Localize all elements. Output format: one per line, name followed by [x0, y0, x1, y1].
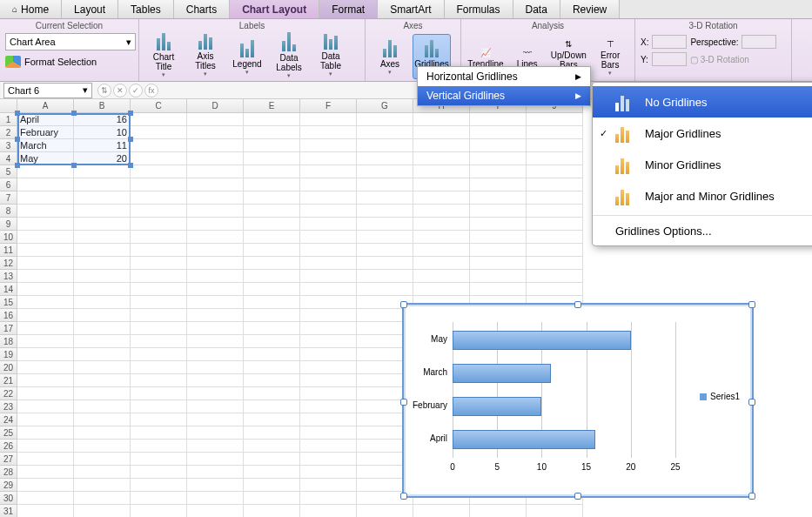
vertical-gridlines-item[interactable]: Vertical Gridlines▶	[418, 86, 590, 105]
cell[interactable]	[244, 231, 300, 244]
format-selection-button[interactable]: Format Selection	[5, 56, 133, 68]
cell[interactable]	[131, 348, 187, 361]
no-gridlines-item[interactable]: No Gridlines	[593, 86, 812, 118]
col-header[interactable]: A	[17, 99, 74, 113]
cell[interactable]	[187, 453, 244, 466]
cell[interactable]	[131, 231, 187, 244]
cell[interactable]	[470, 139, 527, 152]
axes-button[interactable]: Axes	[371, 34, 409, 79]
cell[interactable]	[131, 126, 187, 139]
cell[interactable]	[187, 152, 244, 165]
cell[interactable]	[187, 505, 244, 517]
cell[interactable]	[17, 453, 74, 466]
col-header[interactable]: F	[300, 99, 357, 113]
cell[interactable]	[131, 152, 187, 165]
cell[interactable]	[357, 191, 413, 205]
cell[interactable]	[74, 322, 131, 335]
cell[interactable]	[300, 126, 357, 139]
cell[interactable]	[470, 244, 527, 257]
cell[interactable]	[527, 191, 583, 205]
cell[interactable]	[470, 178, 527, 191]
tab-format[interactable]: Format	[319, 0, 378, 18]
cell[interactable]	[413, 139, 470, 152]
cell[interactable]	[300, 322, 357, 335]
confirm-icon[interactable]: ✓	[129, 84, 143, 97]
cell[interactable]	[244, 453, 300, 466]
tab-chart-layout[interactable]: Chart Layout	[230, 0, 319, 18]
cell[interactable]	[527, 139, 583, 152]
cell[interactable]	[131, 374, 187, 387]
cell[interactable]	[300, 479, 357, 492]
cell[interactable]	[17, 466, 74, 479]
cell[interactable]	[187, 335, 244, 348]
col-header[interactable]: G	[357, 99, 413, 113]
cell[interactable]	[300, 426, 357, 440]
cell[interactable]	[300, 361, 357, 374]
cell[interactable]	[300, 466, 357, 479]
cell[interactable]	[17, 387, 74, 400]
cell[interactable]	[300, 335, 357, 348]
cell[interactable]	[357, 126, 413, 139]
cell[interactable]	[357, 231, 413, 244]
chart-bar[interactable]	[453, 331, 631, 350]
cell[interactable]	[74, 413, 131, 426]
cell[interactable]	[74, 361, 131, 374]
cell[interactable]	[17, 165, 74, 178]
cell[interactable]	[357, 283, 413, 296]
cell[interactable]	[187, 191, 244, 205]
cell[interactable]	[131, 218, 187, 231]
cell[interactable]	[413, 257, 470, 270]
cell[interactable]	[187, 218, 244, 231]
cell[interactable]	[74, 492, 131, 505]
cell[interactable]	[187, 244, 244, 257]
cell[interactable]	[74, 466, 131, 479]
col-header[interactable]: D	[187, 99, 244, 113]
cell[interactable]	[300, 453, 357, 466]
cell[interactable]	[244, 270, 300, 283]
cell[interactable]	[131, 413, 187, 426]
tab-charts[interactable]: Charts	[174, 0, 230, 18]
cell[interactable]	[187, 283, 244, 296]
cell[interactable]	[131, 400, 187, 413]
cell[interactable]	[300, 139, 357, 152]
cell[interactable]	[17, 479, 74, 492]
cell[interactable]	[244, 479, 300, 492]
cell[interactable]	[187, 374, 244, 387]
cell[interactable]: April	[17, 113, 74, 126]
tab-home[interactable]: ⌂Home	[0, 0, 62, 18]
cell[interactable]	[244, 152, 300, 165]
cell[interactable]	[74, 270, 131, 283]
cell[interactable]	[527, 152, 583, 165]
cell[interactable]	[187, 426, 244, 440]
cell[interactable]	[300, 178, 357, 191]
cell[interactable]	[17, 361, 74, 374]
chart-element-selector[interactable]: Chart Area▾	[5, 33, 136, 50]
tab-review[interactable]: Review	[560, 0, 620, 18]
row-header[interactable]: 17	[0, 322, 17, 335]
cell[interactable]	[131, 244, 187, 257]
row-header[interactable]: 22	[0, 387, 17, 400]
cell[interactable]	[300, 348, 357, 361]
cell[interactable]	[300, 400, 357, 413]
cell[interactable]	[413, 244, 470, 257]
row-header[interactable]: 27	[0, 453, 17, 466]
cell[interactable]	[470, 126, 527, 139]
cell[interactable]	[357, 139, 413, 152]
cell[interactable]	[17, 413, 74, 426]
cell[interactable]	[17, 335, 74, 348]
cell[interactable]	[17, 426, 74, 440]
row-header[interactable]: 23	[0, 400, 17, 413]
cell[interactable]	[131, 309, 187, 322]
cell[interactable]	[300, 413, 357, 426]
cell[interactable]	[17, 283, 74, 296]
cell[interactable]	[131, 191, 187, 205]
row-header[interactable]: 8	[0, 205, 17, 218]
row-header[interactable]: 14	[0, 283, 17, 296]
row-header[interactable]: 24	[0, 413, 17, 426]
cell[interactable]	[17, 205, 74, 218]
cell[interactable]	[413, 270, 470, 283]
cell[interactable]	[244, 400, 300, 413]
cell[interactable]	[300, 165, 357, 178]
cell[interactable]	[131, 492, 187, 505]
cell[interactable]	[131, 426, 187, 440]
